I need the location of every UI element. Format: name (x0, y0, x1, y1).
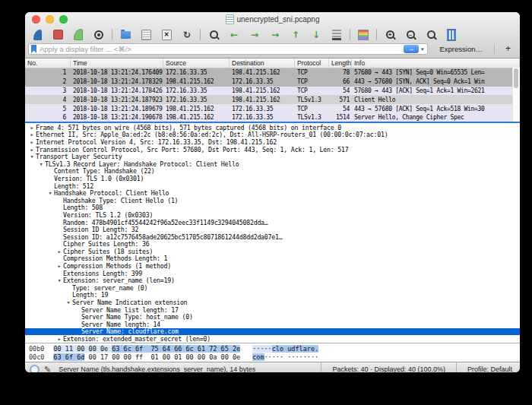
tree-item[interactable]: Type: server_name (0) (25, 284, 520, 292)
profile-selector[interactable]: Profile: Default (456, 362, 515, 372)
tree-item[interactable]: Session ID: a12c7576458ade20625bc51705c8… (25, 233, 520, 241)
go-forward-button[interactable]: → (248, 28, 261, 41)
tree-item[interactable]: Server Name length: 14 (25, 321, 520, 328)
tree-item[interactable]: ▶Transmission Control Protocol, Src Port… (25, 146, 520, 153)
zoom-in-button[interactable] (383, 28, 397, 41)
stop-capture-button[interactable] (51, 28, 65, 41)
tree-item[interactable]: ▶Compression Methods (1 method) (25, 262, 520, 270)
tree-item[interactable]: ▼Extension: server_name (len=19) (25, 277, 520, 284)
zoom-out-button[interactable] (404, 28, 417, 41)
reload-file-button[interactable]: ↻ (180, 28, 194, 41)
expand-arrow-icon[interactable]: ▶ (55, 337, 63, 341)
packet-row[interactable]: 62018-10-18 13:21:24.190678198.41.215.16… (25, 113, 520, 122)
column-header-length[interactable]: Length (329, 59, 352, 68)
go-back-button[interactable]: ← (227, 28, 241, 41)
auto-scroll-button[interactable] (330, 28, 344, 41)
tree-item[interactable]: Length: 512 (25, 182, 520, 190)
collapse-arrow-icon[interactable]: ▼ (28, 154, 36, 159)
toolbar-group (383, 28, 458, 41)
packet-detail-pane: ▶Frame 4: 571 bytes on wire (4568 bits),… (25, 123, 520, 343)
column-header-no[interactable]: No. (25, 59, 71, 68)
packet-row[interactable]: 32018-10-18 13:21:24.178426172.16.33.351… (25, 87, 520, 96)
tree-item[interactable]: Cipher Suites Length: 36 (25, 241, 520, 248)
packet-row[interactable]: 22018-10-18 13:21:24.178329198.41.215.16… (25, 78, 520, 87)
tree-item[interactable]: ▼Server Name Indication extension (25, 299, 520, 306)
tree-item[interactable]: Server Name list length: 17 (25, 306, 520, 314)
tree-item-label: Content Type: Handshake (22) (54, 167, 154, 175)
go-to-packet-button[interactable]: → (268, 28, 282, 41)
tree-item[interactable]: Length: 19 (25, 292, 520, 299)
expression-button[interactable]: Expression… (432, 45, 490, 53)
tree-item-label: Server Name Type: host_name (0) (81, 313, 193, 321)
tree-item[interactable]: ▶Frame 4: 571 bytes on wire (4568 bits),… (25, 124, 520, 131)
resize-columns-button[interactable] (445, 28, 458, 41)
display-filter-input[interactable]: Apply a display filter ... <⌘/> → ▾ (28, 43, 428, 55)
tree-item[interactable]: Version: TLS 1.0 (0x0301) (25, 175, 520, 182)
tree-item[interactable]: ▶Cipher Suites (18 suites) (25, 248, 520, 255)
tree-item[interactable]: Version: TLS 1.2 (0x0303) (25, 211, 520, 219)
tree-item[interactable]: Session ID Length: 32 (25, 226, 520, 233)
expand-arrow-icon[interactable]: ▶ (28, 132, 36, 137)
column-header-source[interactable]: Source (163, 59, 230, 68)
hex-row[interactable]: 00b000 11 00 00 0e 63 6c 6f 75 64 66 6c … (29, 345, 520, 353)
packet-row[interactable]: 52018-10-18 13:21:24.189679198.41.215.16… (25, 104, 520, 113)
packet-list-scrollbar[interactable] (512, 68, 520, 122)
expand-arrow-icon[interactable]: ▶ (55, 249, 63, 254)
save-file-button[interactable] (139, 28, 153, 41)
filter-history-caret-icon[interactable]: ▾ (419, 46, 426, 52)
wireshark-fin-button[interactable] (30, 28, 44, 41)
column-header-destination[interactable]: Destination (230, 59, 295, 68)
zoom-window-button[interactable] (59, 15, 68, 24)
packet-row[interactable]: 42018-10-18 13:21:24.187923172.16.33.351… (25, 95, 520, 104)
tree-item[interactable]: Length: 508 (25, 204, 520, 212)
packet-cell-destination: 172.16.33.35 (230, 106, 295, 112)
scrollbar-thumb[interactable] (514, 68, 518, 88)
tree-item[interactable]: Extensions Length: 399 (25, 270, 520, 277)
filter-bookmark-icon[interactable] (31, 45, 36, 53)
tree-item[interactable]: Compression Methods Length: 1 (25, 255, 520, 263)
tree-item[interactable]: Random: 478b4901cf45544242f96a52eec33f11… (25, 219, 520, 226)
toolbar-separator (112, 29, 112, 40)
expand-arrow-icon[interactable]: ▶ (28, 125, 36, 130)
apply-filter-button[interactable]: → (404, 45, 419, 53)
column-header-protocol[interactable]: Protocol (295, 59, 329, 68)
tree-item[interactable]: ▶Internet Protocol Version 4, Src: 172.1… (25, 138, 520, 146)
expert-info-icon[interactable] (30, 365, 40, 373)
tree-item[interactable]: ▼Transport Layer Security (25, 153, 520, 160)
close-window-button[interactable] (32, 15, 40, 24)
close-file-button[interactable] (160, 28, 173, 41)
tree-item[interactable]: ▶Extension: extended_master_secret (len=… (25, 335, 520, 343)
go-first-button[interactable]: ↑ (289, 28, 302, 41)
collapse-arrow-icon[interactable]: ▼ (55, 278, 63, 283)
add-filter-button[interactable]: + (494, 44, 517, 54)
capture-options-button[interactable] (92, 28, 106, 41)
find-packet-button[interactable] (207, 28, 220, 41)
tree-item[interactable]: Server Name: cloudflare.com (25, 328, 520, 336)
tree-item[interactable]: Handshake Type: Client Hello (1) (25, 197, 520, 204)
collapse-arrow-icon[interactable]: ▼ (65, 300, 72, 305)
tree-item[interactable]: Server Name Type: host_name (0) (25, 313, 520, 321)
tree-item[interactable]: ▶Ethernet II, Src: Apple_0a:ed:2c (b8:e8… (25, 131, 520, 139)
tree-item[interactable]: Content Type: Handshake (22) (25, 168, 520, 176)
open-file-button[interactable] (119, 28, 132, 41)
expand-arrow-icon[interactable]: ▶ (55, 264, 63, 268)
restart-capture-button[interactable] (71, 28, 85, 41)
expand-arrow-icon[interactable]: ▶ (28, 147, 36, 152)
toolbar-group: ↻ (119, 28, 194, 41)
colorize-packets-button[interactable] (356, 28, 370, 41)
collapse-arrow-icon[interactable]: ▼ (46, 191, 54, 195)
packet-row[interactable]: 12018-10-18 13:21:24.176409172.16.33.351… (25, 68, 520, 78)
title-bar[interactable]: unencrypted_sni.pcapng (25, 12, 520, 27)
expand-arrow-icon[interactable]: ▶ (28, 140, 36, 144)
column-header-info[interactable]: Info (352, 59, 520, 68)
capture-comment-icon[interactable]: ✎ (44, 365, 51, 373)
column-header-time[interactable]: Time (71, 59, 163, 68)
minimize-window-button[interactable] (46, 15, 54, 24)
go-last-button[interactable]: ↓ (309, 28, 323, 41)
tree-item[interactable]: ▼Handshake Protocol: Client Hello (25, 189, 520, 197)
hex-row[interactable]: 00c063 6f 6d 00 17 00 00 ff 01 00 01 00 … (29, 353, 520, 362)
collapse-arrow-icon[interactable]: ▼ (37, 162, 45, 166)
tree-item[interactable]: ▼TLSv1.3 Record Layer: Handshake Protoco… (25, 160, 520, 168)
packet-bytes-pane[interactable]: 00b000 11 00 00 0e 63 6c 6f 75 64 66 6c … (25, 343, 520, 362)
zoom-reset-button[interactable] (424, 28, 438, 41)
